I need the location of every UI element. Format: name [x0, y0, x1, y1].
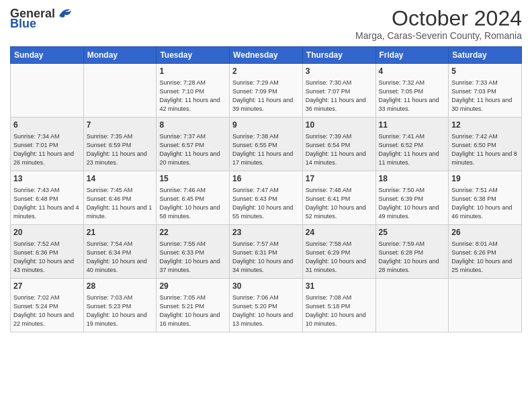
- calendar-cell: 5Sunrise: 7:33 AM Sunset: 7:03 PM Daylig…: [449, 64, 522, 118]
- cell-content: Sunrise: 7:47 AM Sunset: 6:43 PM Dayligh…: [232, 186, 300, 221]
- cell-content: Sunrise: 7:33 AM Sunset: 7:03 PM Dayligh…: [451, 79, 519, 113]
- calendar-header: SundayMondayTuesdayWednesdayThursdayFrid…: [11, 47, 522, 64]
- cell-content: Sunrise: 7:59 AM Sunset: 6:28 PM Dayligh…: [379, 240, 446, 275]
- week-row-4: 20Sunrise: 7:52 AM Sunset: 6:36 PM Dayli…: [11, 225, 522, 279]
- calendar-cell: 25Sunrise: 7:59 AM Sunset: 6:28 PM Dayli…: [375, 225, 449, 279]
- cell-content: Sunrise: 7:29 AM Sunset: 7:09 PM Dayligh…: [232, 79, 300, 113]
- calendar-cell: 4Sunrise: 7:32 AM Sunset: 7:05 PM Daylig…: [375, 64, 449, 118]
- week-row-3: 13Sunrise: 7:43 AM Sunset: 6:48 PM Dayli…: [11, 171, 522, 225]
- calendar-cell: 1Sunrise: 7:28 AM Sunset: 7:10 PM Daylig…: [157, 64, 230, 118]
- calendar-cell: [449, 279, 522, 332]
- calendar-cell: 29Sunrise: 7:05 AM Sunset: 5:21 PM Dayli…: [157, 279, 230, 332]
- calendar-cell: 26Sunrise: 8:01 AM Sunset: 6:26 PM Dayli…: [449, 225, 522, 279]
- day-number: 6: [13, 120, 81, 131]
- calendar-cell: 17Sunrise: 7:48 AM Sunset: 6:41 PM Dayli…: [302, 171, 375, 225]
- cell-content: Sunrise: 7:42 AM Sunset: 6:50 PM Dayligh…: [451, 132, 519, 167]
- day-number: 14: [87, 173, 154, 185]
- calendar-cell: 16Sunrise: 7:47 AM Sunset: 6:43 PM Dayli…: [230, 171, 303, 225]
- calendar-cell: 7Sunrise: 7:35 AM Sunset: 6:59 PM Daylig…: [83, 118, 157, 171]
- day-number: 5: [451, 66, 519, 77]
- calendar-cell: 10Sunrise: 7:39 AM Sunset: 6:54 PM Dayli…: [302, 118, 375, 171]
- calendar-cell: [83, 64, 157, 118]
- day-number: 28: [87, 281, 154, 292]
- day-number: 7: [87, 120, 154, 131]
- day-number: 22: [159, 227, 226, 238]
- cell-content: Sunrise: 7:54 AM Sunset: 6:34 PM Dayligh…: [87, 240, 154, 275]
- logo-bird-icon: [58, 7, 73, 19]
- calendar-cell: 19Sunrise: 7:51 AM Sunset: 6:38 PM Dayli…: [449, 171, 522, 225]
- calendar-cell: 27Sunrise: 7:02 AM Sunset: 5:24 PM Dayli…: [11, 279, 84, 332]
- day-number: 30: [232, 281, 300, 292]
- day-number: 15: [159, 173, 226, 185]
- calendar-cell: 11Sunrise: 7:41 AM Sunset: 6:52 PM Dayli…: [375, 118, 449, 171]
- calendar-cell: 14Sunrise: 7:45 AM Sunset: 6:46 PM Dayli…: [83, 171, 157, 225]
- cell-content: Sunrise: 7:55 AM Sunset: 6:33 PM Dayligh…: [159, 240, 226, 275]
- calendar-cell: 23Sunrise: 7:57 AM Sunset: 6:31 PM Dayli…: [230, 225, 303, 279]
- cell-content: Sunrise: 7:48 AM Sunset: 6:41 PM Dayligh…: [306, 186, 373, 221]
- cell-content: Sunrise: 7:32 AM Sunset: 7:05 PM Dayligh…: [379, 79, 446, 113]
- calendar-cell: 21Sunrise: 7:54 AM Sunset: 6:34 PM Dayli…: [83, 225, 157, 279]
- day-number: 4: [379, 66, 446, 77]
- cell-content: Sunrise: 7:52 AM Sunset: 6:36 PM Dayligh…: [13, 240, 81, 275]
- cell-content: Sunrise: 7:58 AM Sunset: 6:29 PM Dayligh…: [306, 240, 373, 275]
- day-number: 12: [451, 120, 519, 131]
- week-row-1: 1Sunrise: 7:28 AM Sunset: 7:10 PM Daylig…: [11, 64, 522, 118]
- day-number: 16: [232, 173, 300, 185]
- cell-content: Sunrise: 7:41 AM Sunset: 6:52 PM Dayligh…: [379, 132, 446, 167]
- day-number: 1: [159, 66, 226, 77]
- calendar-body: 1Sunrise: 7:28 AM Sunset: 7:10 PM Daylig…: [11, 64, 522, 332]
- calendar-cell: 3Sunrise: 7:30 AM Sunset: 7:07 PM Daylig…: [302, 64, 375, 118]
- calendar-subtitle: Marga, Caras-Severin County, Romania: [355, 30, 522, 41]
- day-number: 11: [379, 120, 446, 131]
- cell-content: Sunrise: 7:39 AM Sunset: 6:54 PM Dayligh…: [306, 132, 373, 167]
- cell-content: Sunrise: 7:51 AM Sunset: 6:38 PM Dayligh…: [451, 186, 519, 221]
- calendar-cell: 12Sunrise: 7:42 AM Sunset: 6:50 PM Dayli…: [449, 118, 522, 171]
- day-number: 9: [232, 120, 300, 131]
- header-cell-saturday: Saturday: [449, 47, 522, 64]
- calendar-cell: 22Sunrise: 7:55 AM Sunset: 6:33 PM Dayli…: [157, 225, 230, 279]
- cell-content: Sunrise: 8:01 AM Sunset: 6:26 PM Dayligh…: [451, 240, 519, 275]
- header-cell-friday: Friday: [375, 47, 449, 64]
- cell-content: Sunrise: 7:57 AM Sunset: 6:31 PM Dayligh…: [232, 240, 300, 275]
- calendar-cell: 6Sunrise: 7:34 AM Sunset: 7:01 PM Daylig…: [11, 118, 84, 171]
- cell-content: Sunrise: 7:35 AM Sunset: 6:59 PM Dayligh…: [87, 132, 154, 167]
- calendar-cell: 13Sunrise: 7:43 AM Sunset: 6:48 PM Dayli…: [11, 171, 84, 225]
- calendar-cell: 30Sunrise: 7:06 AM Sunset: 5:20 PM Dayli…: [230, 279, 303, 332]
- cell-content: Sunrise: 7:34 AM Sunset: 7:01 PM Dayligh…: [13, 132, 81, 167]
- day-number: 26: [451, 227, 519, 238]
- cell-content: Sunrise: 7:45 AM Sunset: 6:46 PM Dayligh…: [87, 186, 154, 221]
- day-number: 27: [13, 281, 81, 292]
- calendar-cell: 2Sunrise: 7:29 AM Sunset: 7:09 PM Daylig…: [230, 64, 303, 118]
- calendar-page: General Blue October 2024 Marga, Caras-S…: [0, 0, 532, 411]
- day-number: 18: [379, 173, 446, 185]
- cell-content: Sunrise: 7:03 AM Sunset: 5:23 PM Dayligh…: [87, 293, 154, 328]
- calendar-cell: 31Sunrise: 7:08 AM Sunset: 5:18 PM Dayli…: [302, 279, 375, 332]
- page-header: General Blue October 2024 Marga, Caras-S…: [10, 7, 522, 41]
- calendar-table: SundayMondayTuesdayWednesdayThursdayFrid…: [10, 46, 522, 332]
- calendar-cell: 20Sunrise: 7:52 AM Sunset: 6:36 PM Dayli…: [11, 225, 84, 279]
- header-cell-thursday: Thursday: [302, 47, 375, 64]
- week-row-2: 6Sunrise: 7:34 AM Sunset: 7:01 PM Daylig…: [11, 118, 522, 171]
- day-number: 3: [306, 66, 373, 77]
- cell-content: Sunrise: 7:28 AM Sunset: 7:10 PM Dayligh…: [159, 79, 226, 113]
- calendar-title: October 2024: [355, 7, 522, 30]
- calendar-cell: 18Sunrise: 7:50 AM Sunset: 6:39 PM Dayli…: [375, 171, 449, 225]
- day-number: 31: [306, 281, 373, 292]
- day-number: 2: [232, 66, 300, 77]
- day-number: 21: [87, 227, 154, 238]
- day-number: 25: [379, 227, 446, 238]
- day-number: 8: [159, 120, 226, 131]
- day-number: 24: [306, 227, 373, 238]
- cell-content: Sunrise: 7:38 AM Sunset: 6:55 PM Dayligh…: [232, 132, 300, 167]
- cell-content: Sunrise: 7:08 AM Sunset: 5:18 PM Dayligh…: [306, 293, 373, 328]
- calendar-cell: 28Sunrise: 7:03 AM Sunset: 5:23 PM Dayli…: [83, 279, 157, 332]
- header-cell-monday: Monday: [83, 47, 157, 64]
- day-number: 19: [451, 173, 519, 185]
- cell-content: Sunrise: 7:46 AM Sunset: 6:45 PM Dayligh…: [159, 186, 226, 221]
- cell-content: Sunrise: 7:06 AM Sunset: 5:20 PM Dayligh…: [232, 293, 300, 328]
- calendar-cell: 8Sunrise: 7:37 AM Sunset: 6:57 PM Daylig…: [157, 118, 230, 171]
- calendar-cell: [375, 279, 449, 332]
- day-number: 13: [13, 173, 81, 185]
- header-row: SundayMondayTuesdayWednesdayThursdayFrid…: [11, 47, 522, 64]
- title-block: October 2024 Marga, Caras-Severin County…: [355, 7, 522, 41]
